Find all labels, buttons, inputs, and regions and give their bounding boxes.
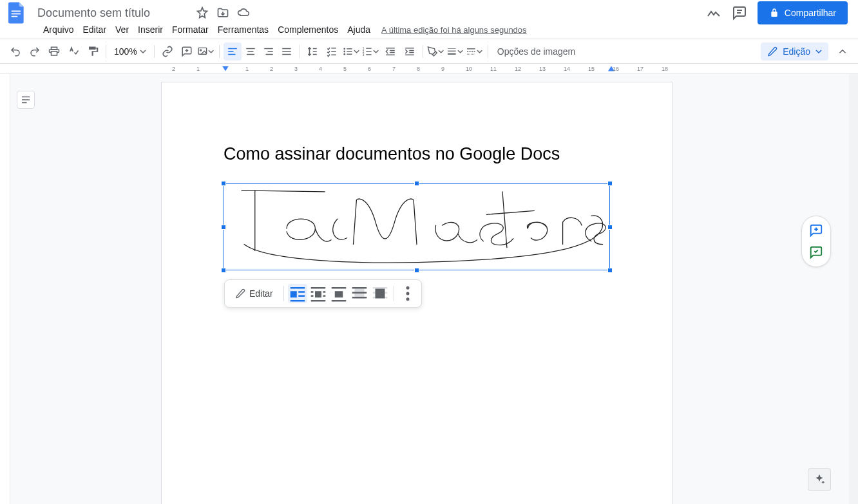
share-button[interactable]: Compartilhar (758, 1, 848, 24)
chevron-down-icon (457, 48, 463, 55)
align-center-button[interactable] (242, 42, 260, 61)
add-comment-side-button[interactable] (806, 220, 826, 241)
insert-link-button[interactable] (158, 42, 176, 61)
align-justify-button[interactable] (278, 42, 296, 61)
menu-arquivo[interactable]: Arquivo (39, 22, 78, 37)
wrap-text-button[interactable] (309, 284, 328, 303)
svg-rect-49 (448, 48, 456, 49)
chevron-down-icon (438, 48, 444, 55)
suggest-edits-side-button[interactable] (806, 242, 826, 263)
numbered-list-button[interactable]: 123 (362, 42, 380, 61)
first-line-indent-marker[interactable] (222, 66, 229, 71)
ruler-mark: 5 (343, 66, 347, 72)
image-more-options-button[interactable] (398, 284, 417, 303)
align-right-button[interactable] (260, 42, 278, 61)
border-color-button[interactable] (427, 42, 445, 61)
insert-image-button[interactable] (197, 42, 215, 61)
menu-ferramentas[interactable]: Ferramentas (213, 22, 273, 37)
svg-rect-61 (298, 295, 305, 297)
svg-rect-70 (331, 287, 346, 289)
resize-handle-bl[interactable] (221, 268, 226, 273)
line-spacing-button[interactable] (304, 42, 322, 61)
svg-rect-77 (372, 287, 387, 289)
explore-icon (813, 473, 826, 486)
resize-handle-br[interactable] (607, 268, 613, 273)
svg-rect-66 (310, 295, 313, 297)
svg-rect-71 (334, 291, 343, 297)
svg-text:3: 3 (363, 53, 365, 56)
wrap-behind-button[interactable] (350, 284, 369, 303)
bulleted-list-button[interactable] (343, 42, 361, 61)
border-weight-button[interactable] (446, 42, 464, 61)
svg-rect-6 (52, 51, 57, 55)
last-edit-link[interactable]: A última edição foi há alguns segundos (381, 25, 527, 35)
redo-button[interactable] (26, 42, 44, 61)
resize-handle-bm[interactable] (414, 268, 419, 273)
svg-rect-1 (12, 14, 21, 15)
explore-button[interactable] (808, 468, 831, 491)
resize-handle-tl[interactable] (221, 181, 226, 186)
docs-logo[interactable] (5, 1, 28, 24)
undo-button[interactable] (6, 42, 24, 61)
star-icon[interactable] (196, 6, 209, 19)
ruler-mark: 11 (490, 66, 497, 72)
vertical-ruler[interactable] (0, 74, 10, 504)
zoom-select[interactable]: 100% (110, 44, 150, 59)
svg-rect-32 (347, 48, 352, 49)
edit-drawing-button[interactable]: Editar (229, 285, 280, 303)
ruler-mark: 1 (245, 66, 249, 72)
chevron-down-icon (373, 48, 379, 55)
align-left-button[interactable] (224, 42, 242, 61)
menu-complementos[interactable]: Complementos (273, 22, 343, 37)
share-button-label: Compartilhar (785, 8, 836, 18)
chevron-down-icon (208, 48, 214, 55)
menu-formatar[interactable]: Formatar (167, 22, 213, 37)
wrap-front-button[interactable] (370, 284, 390, 303)
ruler-mark: 13 (539, 66, 546, 72)
wrap-inline-button[interactable] (288, 284, 307, 303)
border-dash-button[interactable] (466, 42, 484, 61)
menu-ajuda[interactable]: Ajuda (343, 22, 375, 37)
zoom-value: 100% (114, 46, 137, 57)
ruler-mark: 1 (196, 66, 200, 72)
resize-handle-mr[interactable] (607, 225, 613, 230)
ruler-mark: 9 (441, 66, 444, 72)
svg-rect-2 (12, 16, 17, 17)
resize-handle-ml[interactable] (221, 225, 226, 230)
svg-rect-76 (352, 297, 367, 299)
horizontal-ruler[interactable]: 21123456789101112131415161718 (0, 64, 858, 74)
checklist-button[interactable] (323, 42, 341, 61)
editing-mode-button[interactable]: Edição (761, 42, 828, 61)
decrease-indent-button[interactable] (381, 42, 399, 61)
resize-handle-tr[interactable] (607, 181, 613, 186)
ruler-mark: 3 (294, 66, 298, 72)
pencil-icon (235, 288, 245, 299)
menu-inserir[interactable]: Inserir (133, 22, 167, 37)
image-options-button[interactable]: Opções de imagem (492, 44, 580, 59)
selected-drawing[interactable]: Editar (224, 183, 610, 270)
add-comment-button[interactable] (178, 42, 196, 61)
ruler-mark: 8 (417, 66, 420, 72)
menu-ver[interactable]: Ver (111, 22, 133, 37)
menu-editar[interactable]: Editar (78, 22, 111, 37)
document-title-input[interactable] (33, 5, 191, 21)
print-button[interactable] (45, 42, 63, 61)
move-folder-icon[interactable] (216, 6, 229, 19)
wrap-break-button[interactable] (329, 284, 348, 303)
svg-rect-50 (448, 50, 456, 51)
resize-handle-tm[interactable] (414, 181, 419, 186)
ruler-mark: 6 (368, 66, 371, 72)
paint-format-button[interactable] (84, 42, 102, 61)
document-outline-button[interactable] (17, 91, 35, 109)
activity-icon[interactable] (706, 5, 721, 21)
increase-indent-button[interactable] (401, 42, 419, 61)
cloud-status-icon[interactable] (237, 6, 250, 19)
hide-menus-button[interactable] (834, 42, 852, 61)
ruler-mark: 17 (637, 66, 644, 72)
svg-rect-67 (323, 291, 325, 293)
vertical-scrollbar[interactable] (849, 74, 858, 504)
svg-rect-63 (310, 287, 325, 289)
document-page[interactable]: Como assinar documentos no Google Docs (161, 82, 672, 504)
comments-icon[interactable] (732, 5, 747, 21)
spellcheck-button[interactable] (64, 42, 82, 61)
